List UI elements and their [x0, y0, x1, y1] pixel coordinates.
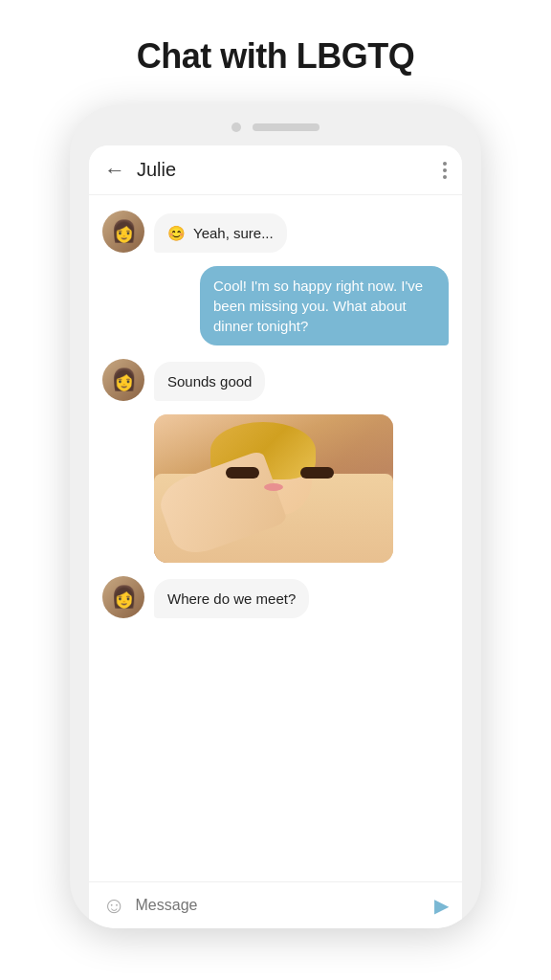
table-row: 👩 Where do we meet?: [102, 576, 449, 618]
message-text: Sounds good: [167, 373, 252, 390]
message-text: Cool! I'm so happy right now. I've been …: [213, 278, 423, 334]
chat-header: ← Julie: [89, 145, 462, 195]
phone-top-bar: [70, 122, 481, 132]
photo-content: [154, 414, 393, 563]
send-button[interactable]: ▶: [434, 894, 449, 917]
message-bubble: 😊 Yeah, sure...: [154, 213, 287, 253]
table-row: Cool! I'm so happy right now. I've been …: [102, 266, 449, 345]
phone-speaker: [253, 123, 320, 131]
back-button[interactable]: ←: [104, 160, 125, 181]
more-dot-1: [443, 162, 447, 166]
emoji-button[interactable]: ☺: [102, 892, 126, 919]
photo-message: [154, 414, 393, 563]
table-row: 👩 Sounds good: [102, 359, 449, 401]
chat-messages: 👩 😊 Yeah, sure... Cool! I'm so happy rig…: [89, 195, 462, 881]
more-dot-3: [443, 175, 447, 179]
avatar: 👩: [102, 576, 144, 618]
table-row: 👩 😊 Yeah, sure...: [102, 211, 449, 253]
message-emoji: 😊: [167, 223, 186, 243]
message-text: Yeah, sure...: [193, 223, 274, 243]
chat-input-bar: ☺ ▶: [89, 881, 462, 928]
phone-camera: [231, 122, 241, 132]
message-bubble: Sounds good: [154, 362, 265, 401]
page-title: Chat with LBGTQ: [137, 36, 414, 77]
more-options-button[interactable]: [443, 162, 447, 179]
chat-screen: ← Julie 👩 😊 Yeah, sure...: [89, 145, 462, 928]
message-input[interactable]: [136, 897, 425, 914]
contact-name: Julie: [137, 159, 443, 181]
message-text: Where do we meet?: [167, 590, 296, 607]
bubble-content: 😊 Yeah, sure...: [167, 223, 274, 243]
avatar: 👩: [102, 359, 144, 401]
more-dot-2: [443, 168, 447, 172]
phone-shell: ← Julie 👩 😊 Yeah, sure...: [70, 105, 481, 928]
message-bubble: Where do we meet?: [154, 579, 309, 618]
avatar: 👩: [102, 211, 144, 253]
message-bubble-sent: Cool! I'm so happy right now. I've been …: [200, 266, 449, 345]
